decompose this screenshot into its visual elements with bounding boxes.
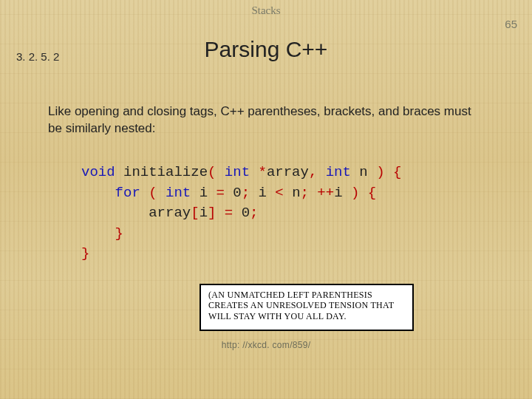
ident-i4: i xyxy=(200,205,208,221)
kw-void: void xyxy=(81,164,115,180)
rbracket-icon: ] xyxy=(208,205,216,221)
kw-int-2: int xyxy=(326,164,351,180)
ident-n: n xyxy=(359,164,367,180)
rbrace-icon: } xyxy=(81,245,89,262)
ident-initialize: initialize xyxy=(123,164,208,180)
comma-op: , xyxy=(309,164,317,180)
slide: Stacks 65 3. 2. 5. 2 Parsing C++ Like op… xyxy=(0,0,532,399)
kw-for: for xyxy=(115,185,140,201)
lt-op: < xyxy=(275,185,283,201)
slide-title: Parsing C++ xyxy=(0,37,532,62)
eq2-op: = xyxy=(225,205,233,221)
kw-int-3: int xyxy=(166,185,191,201)
lbrace2-icon: { xyxy=(368,185,376,201)
lparen2-icon: ( xyxy=(149,185,157,201)
comic-panel: (An unmatched left parenthesis creates a… xyxy=(200,284,414,331)
ident-i: i xyxy=(200,185,208,201)
rparen2-icon: ) xyxy=(351,185,359,201)
page-number: 65 xyxy=(505,18,517,30)
ident-array2: array xyxy=(149,205,191,221)
rparen-icon: ) xyxy=(376,164,384,180)
eq-op: = xyxy=(216,185,224,201)
lbracket-icon: [ xyxy=(191,205,199,221)
lbrace-icon: { xyxy=(393,164,401,180)
ident-i2: i xyxy=(259,185,267,201)
ident-array: array xyxy=(267,164,309,180)
code-block: void initialize( int *array, int n ) { f… xyxy=(81,163,401,265)
citation-link: http: //xkcd. com/859/ xyxy=(0,340,532,350)
header-topic: Stacks xyxy=(0,4,532,17)
lit-zero: 0 xyxy=(233,185,241,201)
semi-op: ; xyxy=(242,185,250,201)
comic-text: (An unmatched left parenthesis creates a… xyxy=(208,290,394,321)
semi2-op: ; xyxy=(301,185,309,201)
ident-n2: n xyxy=(292,185,300,201)
kw-int: int xyxy=(225,164,250,180)
rbrace2-icon: } xyxy=(115,225,123,242)
lit-zero2: 0 xyxy=(242,205,250,221)
star-op: * xyxy=(258,164,266,180)
pp-op: ++ xyxy=(317,185,334,201)
semi3-op: ; xyxy=(250,205,258,221)
lparen-icon: ( xyxy=(208,164,216,180)
ident-i3: i xyxy=(334,185,342,201)
body-paragraph: Like opening and closing tags, C++ paren… xyxy=(48,103,484,137)
